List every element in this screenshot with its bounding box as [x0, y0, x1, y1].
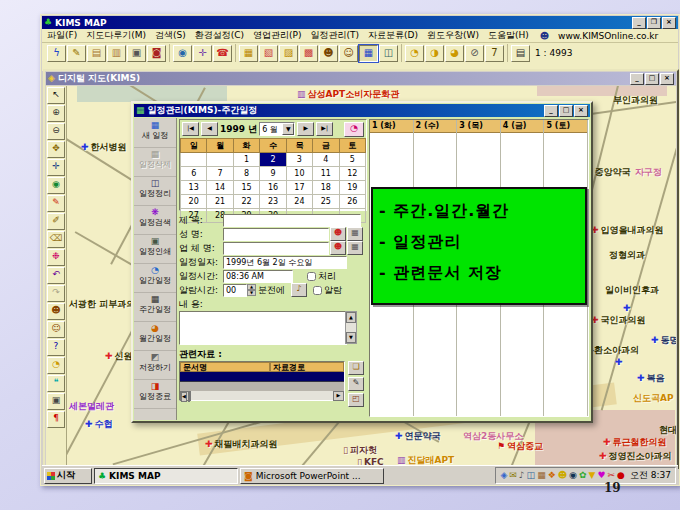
menu-item[interactable]: 검색(S) [155, 29, 186, 42]
save-schedule-button[interactable]: ◩저장하기 [134, 351, 176, 380]
clock-week-icon[interactable]: ◑ [425, 45, 444, 62]
company-search-button[interactable]: ☻ [330, 241, 346, 255]
calendar-day-cell[interactable]: 2 [260, 153, 286, 167]
flag7-icon[interactable]: 7 [485, 45, 504, 62]
move-tool[interactable]: ✛ [47, 159, 65, 176]
alarm-checkbox[interactable] [313, 286, 322, 295]
dialog-minimize-button[interactable]: _ [544, 105, 558, 117]
calendar-day-cell[interactable]: 24 [286, 195, 312, 209]
customer-card-icon[interactable]: ▦ [239, 45, 258, 62]
green-tray-icon[interactable]: ✿ [579, 471, 587, 480]
taskbar-task-button[interactable]: ♣KIMS MAP [94, 468, 238, 484]
content-scrollbar[interactable]: ▲▼ [345, 311, 357, 344]
related-hscrollbar[interactable]: ◀▶ [180, 391, 344, 400]
print-map-icon[interactable]: ▣ [127, 45, 146, 62]
calendar-day-cell[interactable]: 10 [286, 167, 312, 181]
user-tray-icon[interactable]: ☻ [558, 471, 567, 480]
redo-tool[interactable]: ↷ [47, 285, 65, 302]
open-map-icon[interactable]: ▤ [87, 45, 106, 62]
calendar-day-cell[interactable]: 20 [181, 195, 207, 209]
menu-item[interactable]: 지도다루기(M) [86, 29, 146, 42]
calendar-day-cell[interactable]: 6 [181, 167, 207, 181]
pan-tool[interactable]: ✥ [47, 141, 65, 158]
erase-tool[interactable]: ⌫ [47, 231, 65, 248]
alarm-spinner[interactable]: ▲▼ [247, 284, 256, 296]
calendar-day-cell[interactable]: 26 [339, 195, 365, 209]
monthly-schedule-button[interactable]: ◕월간일정 [134, 322, 176, 351]
exit-icon[interactable]: ◙ [147, 45, 166, 62]
zoom-out-tool[interactable]: ⊖ [47, 123, 65, 140]
alarm-sound-button[interactable]: ♪ [291, 283, 307, 297]
calendar-day-cell[interactable]: 11 [313, 167, 339, 181]
add-doc-button[interactable]: ❏ [348, 361, 364, 375]
prev-month-button[interactable]: ◀ [201, 122, 218, 136]
menu-item[interactable]: 파일(F) [47, 29, 77, 42]
search-schedule-button[interactable]: ❋일정검색 [134, 206, 176, 235]
calendar-day-cell[interactable]: 15 [233, 181, 259, 195]
calendar-day-cell[interactable]: 1 [233, 153, 259, 167]
next-month-button[interactable]: ▶ [297, 122, 314, 136]
phone-icon[interactable]: ☎ [213, 45, 232, 62]
shield-tray-icon[interactable]: ◈ [500, 471, 507, 480]
query-tool[interactable]: ? [47, 339, 65, 356]
calendar-day-cell[interactable]: 23 [260, 195, 286, 209]
open-doc-button[interactable]: ◰ [348, 393, 364, 407]
company-add-icon[interactable]: ▩ [299, 45, 318, 62]
edit-note-icon[interactable]: ✎ [67, 45, 86, 62]
map-minimize-button[interactable]: _ [630, 73, 644, 85]
quick-launch-icon[interactable]: ϟ [47, 45, 66, 62]
menu-item[interactable]: 영업관리(P) [253, 29, 301, 42]
map-maximize-button[interactable]: □ [645, 73, 659, 85]
next-year-button[interactable]: ▶| [316, 122, 333, 136]
clock-day-icon[interactable]: ◔ [405, 45, 424, 62]
calendar-day-cell[interactable]: 3 [286, 153, 312, 167]
link-icon[interactable]: ⊘ [465, 45, 484, 62]
company-input[interactable] [223, 242, 329, 255]
calendar-day-cell[interactable]: 13 [181, 181, 207, 195]
dialog-maximize-button[interactable]: □ [559, 105, 573, 117]
volume-tray-icon[interactable]: ♪ [519, 471, 525, 480]
calendar-day-cell[interactable]: 18 [313, 181, 339, 195]
dropdown-arrow-icon[interactable]: ▼ [282, 123, 294, 135]
minimize-button[interactable]: _ [632, 17, 646, 29]
calendar-day-cell[interactable]: 19 [339, 181, 365, 195]
style-tool[interactable]: ❉ [47, 249, 65, 266]
dialog-close-button[interactable]: × [574, 105, 588, 117]
clock-tool[interactable]: ◔ [47, 357, 65, 374]
pin-tool[interactable]: ¶ [47, 411, 65, 428]
related-doc-row[interactable] [180, 372, 344, 382]
calendar-day-cell[interactable]: 9 [260, 167, 286, 181]
cut-tray-icon[interactable]: ✂ [608, 471, 616, 480]
menu-item[interactable]: 윈도우창(W) [427, 29, 479, 42]
menu-item[interactable]: 환경설정(C) [195, 29, 244, 42]
menu-item[interactable]: 도움말(H) [488, 29, 529, 42]
calendar-day-cell[interactable]: 8 [233, 167, 259, 181]
content-textarea[interactable] [179, 311, 347, 345]
edit-doc-button[interactable]: ✎ [348, 377, 364, 391]
zoom-in-tool[interactable]: ⊕ [47, 105, 65, 122]
calendar-day-cell[interactable]: 22 [233, 195, 259, 209]
save-map-icon[interactable]: ▥ [107, 45, 126, 62]
organize-schedule-button[interactable]: ◫일정정리 [134, 177, 176, 206]
new-schedule-button[interactable]: ▦새 일정 [134, 119, 176, 148]
delete-schedule-button[interactable]: ▦일정삭제 [134, 148, 176, 177]
taskbar-task-button[interactable]: ◙Microsoft PowerPoint ... [240, 468, 384, 484]
alarm-minutes-input[interactable] [223, 284, 247, 297]
schedule-icon[interactable]: ▦ [359, 45, 378, 62]
calendar-day-cell[interactable]: 5 [339, 153, 365, 167]
record-tray-icon[interactable]: ● [617, 471, 625, 480]
title-input[interactable] [223, 214, 361, 227]
messenger-tray-icon[interactable]: ♥ [597, 471, 605, 480]
name-input[interactable] [223, 228, 329, 241]
start-button[interactable]: 시작 [44, 468, 92, 484]
update-tray-icon[interactable]: ❖ [548, 471, 556, 480]
scheduler-tray-icon[interactable]: ▦ [537, 471, 546, 480]
display-tray-icon[interactable]: ◫ [527, 471, 536, 480]
customer2-tool[interactable]: ☺ [47, 321, 65, 338]
people-search-icon[interactable]: ☺ [339, 45, 358, 62]
name-card-button[interactable]: ▦ [347, 227, 363, 241]
select-tool[interactable]: ↖ [47, 87, 65, 104]
eye-tray-icon[interactable]: ◉ [569, 471, 577, 480]
mail-tray-icon[interactable]: ✉ [509, 471, 517, 480]
website-link[interactable]: www.KIMSOnline.co.kr [558, 31, 658, 41]
